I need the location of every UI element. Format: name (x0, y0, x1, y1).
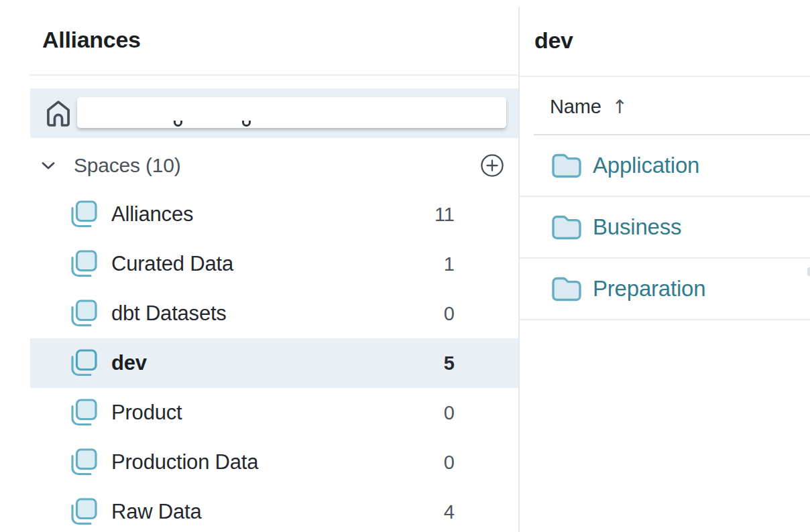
folder-icon (552, 215, 581, 240)
redaction-overlay (77, 97, 506, 128)
space-label: dev (111, 351, 147, 375)
space-label: dbt Datasets (111, 302, 227, 326)
sidebar-item-production-data[interactable]: Production Data 0 (30, 438, 518, 487)
space-count: 4 (444, 501, 455, 523)
space-icon (70, 399, 99, 427)
space-label: Curated Data (111, 252, 233, 276)
space-count: 5 (444, 352, 455, 375)
page-title: dev (534, 27, 573, 54)
sidebar-header-divider (30, 74, 518, 76)
space-count: 11 (435, 204, 455, 226)
spaces-section-header[interactable]: Spaces (10) (30, 147, 518, 184)
space-count: 0 (444, 303, 455, 325)
column-label: Name (550, 96, 601, 118)
main-header-divider (520, 76, 810, 77)
sidebar-item-dbt-datasets[interactable]: dbt Datasets 0 (30, 289, 518, 338)
sidebar-title: Alliances (42, 27, 141, 53)
sidebar-item-alliances[interactable]: Alliances 11 (30, 190, 518, 239)
folder-link[interactable]: Business (593, 214, 681, 240)
space-icon (70, 349, 99, 377)
space-count: 0 (444, 452, 455, 474)
folder-link[interactable]: Preparation (593, 276, 705, 302)
space-icon (70, 250, 99, 278)
space-icon (70, 498, 99, 526)
folder-row-application[interactable]: Application (520, 135, 810, 197)
sidebar-item-curated-data[interactable]: Curated Data 1 (30, 239, 518, 289)
sort-ascending-icon[interactable]: ↑ (612, 96, 628, 118)
folder-row-preparation[interactable]: Preparation (520, 259, 810, 320)
clipped-edge-element (807, 267, 810, 276)
column-header-name[interactable]: Name ↑ (550, 96, 628, 118)
sidebar-item-raw-data[interactable]: Raw Data 4 (30, 487, 518, 532)
plus-circle-icon[interactable] (480, 153, 504, 178)
space-count: 0 (444, 402, 455, 424)
folder-icon (552, 153, 581, 178)
space-browser-screen: Alliances Spaces (10) Alliances 11 (0, 0, 810, 532)
folder-row-business[interactable]: Business (520, 197, 810, 259)
space-label: Product (111, 401, 182, 425)
space-label: Production Data (111, 450, 258, 474)
space-icon (70, 300, 99, 328)
sidebar-item-dev-selected[interactable]: dev 5 (30, 338, 518, 388)
home-icon (45, 98, 72, 128)
folder-icon (552, 277, 581, 302)
space-count: 1 (444, 253, 455, 275)
space-label: Raw Data (111, 500, 202, 524)
space-icon (70, 200, 99, 228)
spaces-section-label: Spaces (10) (74, 154, 181, 177)
space-label: Alliances (111, 202, 193, 226)
chevron-down-icon[interactable] (40, 157, 57, 174)
space-icon (70, 448, 99, 476)
folder-link[interactable]: Application (593, 153, 699, 178)
home-row[interactable] (30, 88, 518, 138)
sidebar-item-product[interactable]: Product 0 (30, 388, 518, 438)
